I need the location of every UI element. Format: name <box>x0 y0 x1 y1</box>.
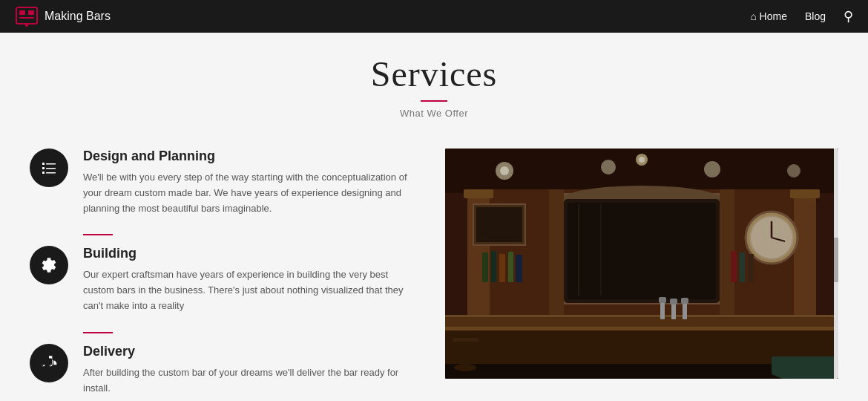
main-content: Design and Planning We'll be with you ev… <box>0 126 868 401</box>
gear-icon <box>39 255 59 275</box>
service-desc-design: We'll be with you every step of the way … <box>83 170 415 216</box>
nav-home-link[interactable]: Home <box>750 10 787 22</box>
svg-rect-7 <box>42 167 45 169</box>
truck-icon <box>39 353 59 373</box>
logo-icon <box>15 6 39 27</box>
svg-rect-0 <box>16 7 37 24</box>
title-divider <box>421 100 447 102</box>
service-item-delivery: Delivery After building the custom bar o… <box>30 344 415 397</box>
logo[interactable]: Making Bars <box>15 6 111 27</box>
bar-image <box>445 149 838 379</box>
service-desc-building: Our expert craftsman have years of exper… <box>83 267 415 313</box>
service-title-design: Design and Planning <box>83 149 415 164</box>
page-header: Services What We Offer <box>0 33 868 126</box>
service-item-design: Design and Planning We'll be with you ev… <box>30 149 415 216</box>
bar-scene-svg <box>445 149 838 379</box>
scrollbar-thumb[interactable] <box>834 238 838 282</box>
svg-rect-65 <box>445 149 838 379</box>
nav-links: Home Blog ⚲ <box>750 8 853 25</box>
service-text-building: Building Our expert craftsman have years… <box>83 246 415 313</box>
logo-text: Making Bars <box>45 10 111 23</box>
separator-1 <box>83 234 113 235</box>
service-text-delivery: Delivery After building the custom bar o… <box>83 344 415 397</box>
svg-rect-1 <box>19 10 25 15</box>
design-icon-circle <box>30 149 68 187</box>
navbar: Making Bars Home Blog ⚲ <box>0 0 868 33</box>
scrollbar[interactable] <box>834 149 838 379</box>
separator-2 <box>83 332 113 333</box>
page-subtitle: What We Offer <box>0 108 868 119</box>
search-icon[interactable]: ⚲ <box>844 8 853 25</box>
service-title-delivery: Delivery <box>83 344 415 359</box>
svg-rect-5 <box>42 163 45 165</box>
service-text-design: Design and Planning We'll be with you ev… <box>83 149 415 216</box>
service-title-building: Building <box>83 246 415 261</box>
svg-rect-3 <box>19 17 34 19</box>
svg-rect-9 <box>42 172 45 174</box>
svg-rect-6 <box>46 163 56 165</box>
svg-rect-10 <box>46 172 56 174</box>
services-list: Design and Planning We'll be with you ev… <box>30 149 415 401</box>
building-icon-circle <box>30 246 68 284</box>
list-icon <box>40 159 58 177</box>
svg-rect-2 <box>28 10 34 15</box>
service-desc-delivery: After building the custom bar of your dr… <box>83 365 415 397</box>
nav-blog-link[interactable]: Blog <box>805 10 826 22</box>
delivery-icon-circle <box>30 344 68 382</box>
svg-rect-8 <box>46 168 56 169</box>
svg-point-4 <box>25 24 28 27</box>
page-title: Services <box>0 53 868 94</box>
service-item-building: Building Our expert craftsman have years… <box>30 246 415 313</box>
